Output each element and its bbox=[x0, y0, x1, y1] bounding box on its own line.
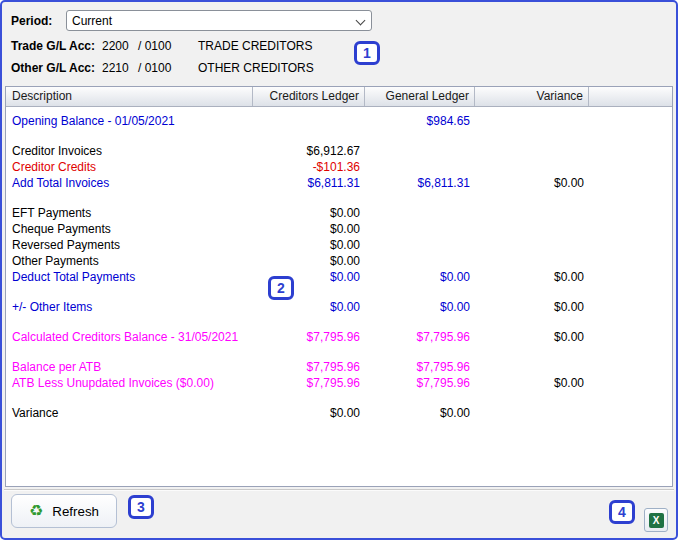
row-description: Add Total Invoices bbox=[6, 175, 253, 191]
column-header-general-ledger: General Ledger bbox=[365, 87, 475, 106]
other-gl-acc-code: 2210 bbox=[102, 61, 129, 75]
row-description: EFT Payments bbox=[6, 205, 253, 221]
creditors-ledger-value: $0.00 bbox=[253, 221, 365, 237]
trade-gl-acc-name: TRADE CREDITORS bbox=[198, 39, 312, 53]
row-description: Variance bbox=[6, 405, 253, 421]
row-description: Reversed Payments bbox=[6, 237, 253, 253]
table-row-spacer bbox=[6, 315, 672, 329]
row-description: Balance per ATB bbox=[6, 359, 253, 375]
variance-value bbox=[475, 159, 589, 175]
table-row: Creditor Credits-$101.36 bbox=[6, 159, 672, 175]
variance-value bbox=[475, 113, 589, 129]
table-row-spacer bbox=[6, 129, 672, 143]
column-header-filler bbox=[589, 87, 672, 106]
trade-gl-acc-code: 2200 bbox=[102, 39, 129, 53]
variance-value bbox=[475, 253, 589, 269]
other-gl-acc-name: OTHER CREDITORS bbox=[198, 61, 314, 75]
table-row: Cheque Payments$0.00 bbox=[6, 221, 672, 237]
table-row-spacer bbox=[6, 391, 672, 405]
creditors-ledger-value: $7,795.96 bbox=[253, 359, 365, 375]
reconciliation-table: Description Creditors Ledger General Led… bbox=[5, 86, 673, 487]
excel-export-icon: X bbox=[649, 513, 664, 528]
table-row: Variance$0.00$0.00 bbox=[6, 405, 672, 421]
other-gl-acc-label: Other G/L Acc: bbox=[11, 61, 95, 75]
chevron-down-icon bbox=[356, 16, 366, 26]
general-ledger-value: $0.00 bbox=[365, 299, 475, 315]
row-description: Creditor Invoices bbox=[6, 143, 253, 159]
annotation-badge-3: 3 bbox=[128, 495, 154, 519]
row-description: ATB Less Unupdated Invoices ($0.00) bbox=[6, 375, 253, 391]
general-ledger-value: $6,811.31 bbox=[365, 175, 475, 191]
table-row: Reversed Payments$0.00 bbox=[6, 237, 672, 253]
creditors-ledger-value: $6,912.67 bbox=[253, 143, 365, 159]
general-ledger-value bbox=[365, 205, 475, 221]
row-description: Creditor Credits bbox=[6, 159, 253, 175]
period-select[interactable]: Current bbox=[66, 10, 372, 31]
general-ledger-value bbox=[365, 143, 475, 159]
annotation-badge-1: 1 bbox=[354, 41, 380, 65]
table-row: EFT Payments$0.00 bbox=[6, 205, 672, 221]
creditors-ledger-value: $0.00 bbox=[253, 253, 365, 269]
table-row: Opening Balance - 01/05/2021$984.65 bbox=[6, 113, 672, 129]
general-ledger-value bbox=[365, 237, 475, 253]
annotation-badge-4: 4 bbox=[609, 500, 635, 524]
row-description: Other Payments bbox=[6, 253, 253, 269]
creditors-ledger-value: $0.00 bbox=[253, 299, 365, 315]
table-row: +/- Other Items$0.00$0.00$0.00 bbox=[6, 299, 672, 315]
table-row: Deduct Total Payments$0.00$0.00$0.00 bbox=[6, 269, 672, 285]
creditors-ledger-value: $0.00 bbox=[253, 237, 365, 253]
export-to-excel-button[interactable]: X bbox=[644, 508, 668, 532]
table-header-row: Description Creditors Ledger General Led… bbox=[6, 87, 672, 107]
refresh-button-label: Refresh bbox=[52, 504, 99, 519]
variance-value: $0.00 bbox=[475, 299, 589, 315]
row-description: Deduct Total Payments bbox=[6, 269, 253, 285]
general-ledger-value: $7,795.96 bbox=[365, 329, 475, 345]
row-description: +/- Other Items bbox=[6, 299, 253, 315]
table-row: ATB Less Unupdated Invoices ($0.00)$7,79… bbox=[6, 375, 672, 391]
variance-value: $0.00 bbox=[475, 329, 589, 345]
general-ledger-value bbox=[365, 253, 475, 269]
row-description: Cheque Payments bbox=[6, 221, 253, 237]
creditors-reconciliation-window: Period: Current Trade G/L Acc: 2200 / 01… bbox=[0, 0, 678, 540]
table-row: Add Total Invoices$6,811.31$6,811.31$0.0… bbox=[6, 175, 672, 191]
refresh-button[interactable]: ♻ Refresh bbox=[11, 494, 117, 528]
creditors-ledger-value: $7,795.96 bbox=[253, 329, 365, 345]
creditors-ledger-value: -$101.36 bbox=[253, 159, 365, 175]
period-selected-value: Current bbox=[72, 14, 112, 28]
general-ledger-value bbox=[365, 159, 475, 175]
other-gl-acc-branch: / 0100 bbox=[138, 61, 171, 75]
table-row-spacer bbox=[6, 285, 672, 299]
footer-divider bbox=[4, 489, 674, 491]
column-header-description: Description bbox=[6, 87, 253, 106]
creditors-ledger-value: $0.00 bbox=[253, 205, 365, 221]
table-row-spacer bbox=[6, 345, 672, 359]
column-header-creditors-ledger: Creditors Ledger bbox=[253, 87, 365, 106]
table-row-spacer bbox=[6, 191, 672, 205]
period-label: Period: bbox=[11, 14, 52, 28]
table-row: Other Payments$0.00 bbox=[6, 253, 672, 269]
variance-value: $0.00 bbox=[475, 175, 589, 191]
trade-gl-acc-branch: / 0100 bbox=[138, 39, 171, 53]
row-description: Opening Balance - 01/05/2021 bbox=[6, 113, 253, 129]
row-description: Calculated Creditors Balance - 31/05/202… bbox=[6, 329, 253, 345]
table-body: Opening Balance - 01/05/2021$984.65Credi… bbox=[6, 107, 672, 421]
variance-value bbox=[475, 143, 589, 159]
general-ledger-value bbox=[365, 221, 475, 237]
general-ledger-value: $7,795.96 bbox=[365, 375, 475, 391]
general-ledger-value: $0.00 bbox=[365, 405, 475, 421]
creditors-ledger-value: $0.00 bbox=[253, 405, 365, 421]
creditors-ledger-value: $7,795.96 bbox=[253, 375, 365, 391]
creditors-ledger-value: $6,811.31 bbox=[253, 175, 365, 191]
annotation-badge-2: 2 bbox=[268, 276, 294, 300]
table-row: Balance per ATB$7,795.96$7,795.96 bbox=[6, 359, 672, 375]
general-ledger-value: $984.65 bbox=[365, 113, 475, 129]
variance-value: $0.00 bbox=[475, 375, 589, 391]
variance-value: $0.00 bbox=[475, 269, 589, 285]
variance-value bbox=[475, 221, 589, 237]
refresh-icon: ♻ bbox=[29, 503, 43, 519]
table-row: Creditor Invoices$6,912.67 bbox=[6, 143, 672, 159]
general-ledger-value: $0.00 bbox=[365, 269, 475, 285]
column-header-variance: Variance bbox=[475, 87, 589, 106]
variance-value bbox=[475, 237, 589, 253]
variance-value bbox=[475, 359, 589, 375]
